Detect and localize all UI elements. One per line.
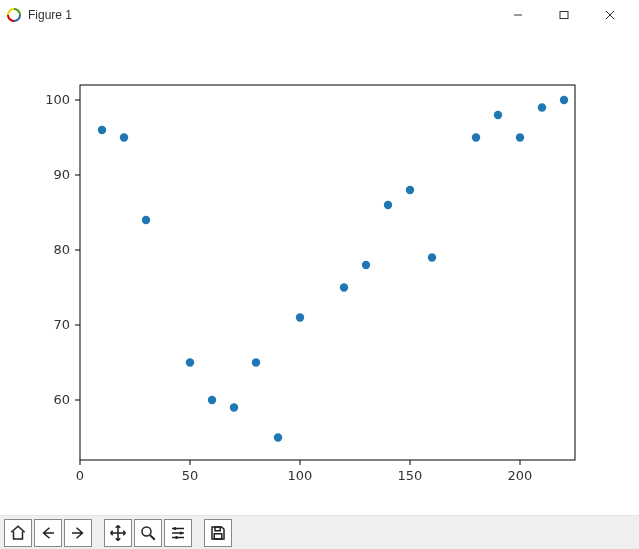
forward-button[interactable] bbox=[64, 519, 92, 547]
plot-area: 05010015020060708090100 bbox=[0, 30, 639, 515]
y-tick-label: 80 bbox=[53, 242, 70, 257]
data-point bbox=[296, 313, 304, 321]
svg-rect-10 bbox=[215, 527, 220, 531]
data-point bbox=[472, 133, 480, 141]
y-tick-label: 90 bbox=[53, 167, 70, 182]
data-point bbox=[120, 133, 128, 141]
x-tick-label: 150 bbox=[398, 468, 423, 483]
configure-button[interactable] bbox=[164, 519, 192, 547]
svg-rect-11 bbox=[214, 533, 222, 538]
data-point bbox=[538, 103, 546, 111]
data-point bbox=[252, 358, 260, 366]
y-tick-label: 100 bbox=[45, 92, 70, 107]
minimize-button[interactable] bbox=[495, 0, 541, 30]
x-tick-label: 50 bbox=[182, 468, 199, 483]
home-button[interactable] bbox=[4, 519, 32, 547]
data-point bbox=[340, 283, 348, 291]
window-title: Figure 1 bbox=[28, 8, 495, 22]
y-tick-label: 60 bbox=[53, 392, 70, 407]
data-point bbox=[230, 403, 238, 411]
data-point bbox=[516, 133, 524, 141]
svg-point-8 bbox=[180, 531, 183, 534]
axes-frame bbox=[80, 85, 575, 460]
data-point bbox=[186, 358, 194, 366]
toolbar-separator bbox=[94, 519, 102, 547]
data-point bbox=[362, 261, 370, 269]
data-point bbox=[274, 433, 282, 441]
toolbar-separator bbox=[194, 519, 202, 547]
x-tick-label: 0 bbox=[76, 468, 84, 483]
save-button[interactable] bbox=[204, 519, 232, 547]
maximize-button[interactable] bbox=[541, 0, 587, 30]
data-point bbox=[428, 253, 436, 261]
app-icon bbox=[6, 7, 22, 23]
window-titlebar: Figure 1 bbox=[0, 0, 639, 30]
close-button[interactable] bbox=[587, 0, 633, 30]
svg-line-6 bbox=[150, 535, 155, 540]
x-tick-label: 100 bbox=[288, 468, 313, 483]
data-point bbox=[560, 96, 568, 104]
svg-point-9 bbox=[175, 536, 178, 539]
data-point bbox=[142, 216, 150, 224]
matplotlib-toolbar bbox=[0, 515, 639, 549]
data-point bbox=[208, 396, 216, 404]
scatter-chart: 05010015020060708090100 bbox=[0, 30, 639, 515]
zoom-button[interactable] bbox=[134, 519, 162, 547]
back-button[interactable] bbox=[34, 519, 62, 547]
data-point bbox=[494, 111, 502, 119]
svg-rect-2 bbox=[560, 12, 568, 19]
svg-point-5 bbox=[142, 527, 151, 536]
y-tick-label: 70 bbox=[53, 317, 70, 332]
data-point bbox=[384, 201, 392, 209]
data-point bbox=[406, 186, 414, 194]
svg-point-7 bbox=[174, 527, 177, 530]
window-controls bbox=[495, 0, 633, 30]
x-tick-label: 200 bbox=[508, 468, 533, 483]
data-point bbox=[98, 126, 106, 134]
pan-button[interactable] bbox=[104, 519, 132, 547]
